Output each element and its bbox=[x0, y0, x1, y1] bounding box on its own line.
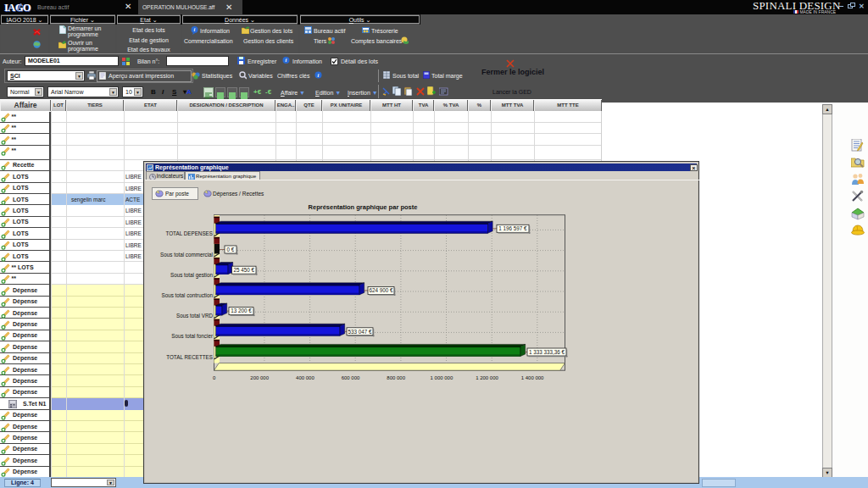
svg-text:Sous total gestion: Sous total gestion bbox=[170, 272, 214, 279]
svg-text:1 200 000: 1 200 000 bbox=[476, 375, 498, 380]
svg-text:TOTAL DEPENSES: TOTAL DEPENSES bbox=[165, 230, 213, 236]
svg-text:i: i bbox=[194, 26, 196, 32]
svg-text:1 196 597 €: 1 196 597 € bbox=[498, 225, 527, 231]
svg-text:Sous total foncier: Sous total foncier bbox=[171, 333, 213, 339]
svg-text:600 000: 600 000 bbox=[342, 375, 360, 380]
svg-text:0 €: 0 € bbox=[227, 247, 235, 252]
svg-text:i: i bbox=[318, 72, 320, 78]
svg-text:TOTAL RECETTES: TOTAL RECETTES bbox=[166, 354, 213, 360]
svg-text:800 000: 800 000 bbox=[387, 375, 405, 380]
svg-text:Sous total VRD: Sous total VRD bbox=[176, 313, 214, 319]
svg-text:1 400 000: 1 400 000 bbox=[521, 375, 544, 380]
svg-text:25 450 €: 25 450 € bbox=[234, 267, 255, 273]
svg-text:Représentation graphique par p: Représentation graphique par poste bbox=[309, 203, 418, 211]
svg-text:1 000 000: 1 000 000 bbox=[431, 375, 453, 380]
svg-text:i: i bbox=[286, 57, 287, 63]
svg-text:533 047 €: 533 047 € bbox=[348, 329, 372, 335]
svg-text:Sous total contruction: Sous total contruction bbox=[161, 292, 213, 298]
svg-text:200 000: 200 000 bbox=[250, 375, 269, 380]
svg-text:400 000: 400 000 bbox=[296, 375, 314, 380]
svg-text:Sous total commercial: Sous total commercial bbox=[160, 252, 213, 258]
svg-text:624 900 €: 624 900 € bbox=[369, 287, 393, 293]
svg-text:13 200 €: 13 200 € bbox=[231, 308, 252, 313]
svg-text:0: 0 bbox=[213, 375, 216, 380]
svg-text:1 333 333,36 €: 1 333 333,36 € bbox=[529, 349, 565, 355]
